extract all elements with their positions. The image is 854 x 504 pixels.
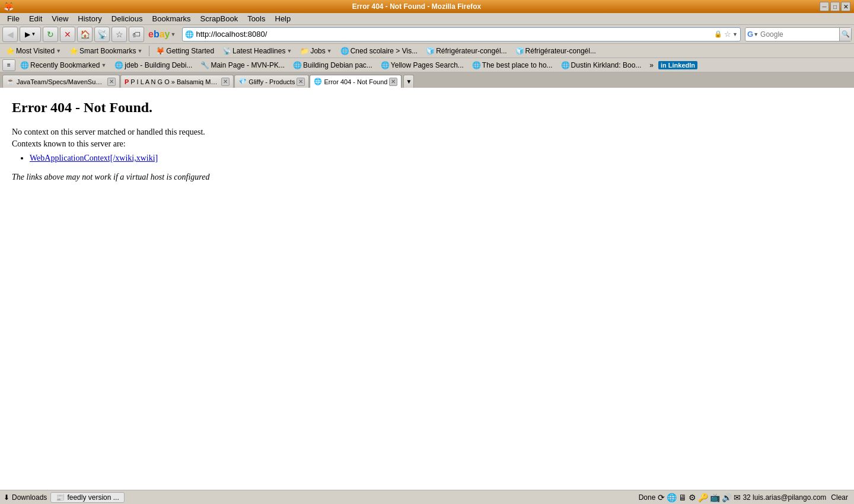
getting-started-icon: 🦊 <box>156 47 165 55</box>
downloads-button[interactable]: ⬇ Downloads <box>4 493 47 502</box>
home-button[interactable]: 🏠 <box>77 27 93 42</box>
menu-help[interactable]: Help <box>270 13 296 24</box>
tab-gliffy-icon: 💎 <box>238 78 247 85</box>
bm-getting-started[interactable]: 🦊 Getting Started <box>152 46 218 56</box>
bm-most-visited[interactable]: ⭐ Most Visited ▼ <box>2 46 65 56</box>
downloads-icon: ⬇ <box>4 493 9 502</box>
bm-jobs[interactable]: 📁 Jobs ▼ <box>297 46 335 56</box>
tab-dropdown[interactable]: ▼ <box>403 75 414 88</box>
url-input[interactable] <box>196 30 714 39</box>
clear-button[interactable]: Clear <box>828 493 850 502</box>
feedly-icon: 📰 <box>56 493 65 502</box>
tab-error404-close[interactable]: ✕ <box>389 78 397 86</box>
tray-mail-icon: ✉ <box>734 493 741 502</box>
bm-latest-headlines[interactable]: 📡 Latest Headlines ▼ <box>219 46 295 56</box>
tray-network-icon: 🌐 <box>667 493 677 502</box>
close-button[interactable]: ✕ <box>841 2 850 11</box>
tab-gliffy-close[interactable]: ✕ <box>297 78 305 86</box>
statusbar-left: ⬇ Downloads 📰 feedly version ... <box>4 492 125 503</box>
tab-gliffy-label: Gliffy - Products <box>248 78 295 85</box>
forward-dropdown[interactable]: ▶▼ <box>20 27 41 42</box>
menu-tools[interactable]: Tools <box>243 13 270 24</box>
content-para2: Contexts known to this server are: <box>12 139 842 149</box>
tab-gliffy[interactable]: 💎 Gliffy - Products ✕ <box>234 75 309 88</box>
dustin-kirkland-icon: 🌐 <box>561 61 570 69</box>
feedly-label: feedly version ... <box>67 493 119 502</box>
ebay-logo[interactable]: ebay ▼ <box>146 29 178 40</box>
search-button[interactable]: 🔍 <box>839 28 851 41</box>
xwiki-link[interactable]: WebApplicationContext[/xwiki,xwiki] <box>30 154 158 162</box>
bm-building-debian[interactable]: 🌐 Building Debian pac... <box>289 60 376 71</box>
search-container: G ▼ 🔍 <box>745 27 852 42</box>
bm-refrigerateur-2[interactable]: 🧊 Réfrigérateur-congél... <box>512 46 600 56</box>
tab-pilango-close[interactable]: ✕ <box>221 78 230 86</box>
chevron-down-icon: ▼ <box>101 62 106 68</box>
italic-note: The links above may not work if a virtua… <box>12 173 842 182</box>
tab-pilango-label: P I L A N G O » Balsamiq Mo... <box>130 78 219 85</box>
bm-dustin-kirkland[interactable]: 🌐 Dustin Kirkland: Boo... <box>557 60 645 71</box>
user-email: 32 luis.arias@pilango.com <box>743 493 826 502</box>
yellow-pages-icon: 🌐 <box>381 61 390 69</box>
chevron-down-icon: ▼ <box>56 48 61 54</box>
refresh-button[interactable]: ↻ <box>43 27 58 42</box>
tray-monitor-icon: 🖥 <box>678 493 687 502</box>
bm-best-place[interactable]: 🌐 The best place to ho... <box>469 60 556 71</box>
tab-pilango[interactable]: P P I L A N G O » Balsamiq Mo... ✕ <box>120 75 234 88</box>
menubar: File Edit View History Delicious Bookmar… <box>0 13 854 25</box>
tab-javateam-icon: ☕ <box>7 78 15 85</box>
bookmarks-bar-2: ≡ 🌐 Recently Bookmarked ▼ 🌐 jdeb - Build… <box>0 58 854 72</box>
latest-headlines-icon: 📡 <box>222 47 231 55</box>
bookmark-button[interactable]: ☆ <box>111 27 127 42</box>
rss-button[interactable]: 📡 <box>94 27 110 42</box>
menu-scrapbook[interactable]: ScrapBook <box>196 13 243 24</box>
bm-linkedin[interactable]: in LinkedIn <box>658 61 697 69</box>
titlebar: 🦊 Error 404 - Not Found - Mozilla Firefo… <box>0 0 854 13</box>
tag-button[interactable]: 🏷 <box>129 27 144 42</box>
window-controls: ─ □ ✕ <box>820 2 850 11</box>
best-place-icon: 🌐 <box>472 61 481 69</box>
chevron-down-icon: ▼ <box>286 48 292 54</box>
star-icon[interactable]: ☆ <box>724 30 731 39</box>
separator <box>149 46 149 56</box>
menu-history[interactable]: History <box>73 13 106 24</box>
downloads-label: Downloads <box>12 493 47 502</box>
window-title: Error 404 - Not Found - Mozilla Firefox <box>14 2 820 11</box>
bm-mvn[interactable]: 🔧 Main Page - MVN-PK... <box>197 60 288 71</box>
back-button[interactable]: ◀ <box>2 27 18 42</box>
menu-view[interactable]: View <box>47 13 73 24</box>
page-heading: Error 404 - Not Found. <box>12 100 842 116</box>
jobs-icon: 📁 <box>300 47 309 55</box>
stop-button[interactable]: ✕ <box>60 27 75 42</box>
menu-delicious[interactable]: Delicious <box>107 13 148 24</box>
bm-recently-bookmarked[interactable]: 🌐 Recently Bookmarked ▼ <box>17 60 110 71</box>
bm-more[interactable]: » <box>646 60 657 71</box>
tab-javateam-close[interactable]: ✕ <box>107 78 116 86</box>
bm-jdeb[interactable]: 🌐 jdeb - Building Debi... <box>111 60 196 71</box>
menu-bookmarks[interactable]: Bookmarks <box>148 13 196 24</box>
tray-settings-icon: ⚙ <box>689 493 696 502</box>
security-icon: 🔒 <box>714 30 722 38</box>
bm-cned[interactable]: 🌐 Cned scolaire > Vis... <box>337 46 422 56</box>
search-engine-selector[interactable]: G ▼ <box>745 30 760 39</box>
statusbar: ⬇ Downloads 📰 feedly version ... Done ⟳ … <box>0 490 854 504</box>
bookmarks-toggle[interactable]: ≡ <box>2 59 15 71</box>
menu-file[interactable]: File <box>2 13 24 24</box>
page-content: Error 404 - Not Found. No context on thi… <box>0 88 854 490</box>
bm-smart-bookmarks[interactable]: ⭐ Smart Bookmarks ▼ <box>66 46 146 56</box>
tabbar: ☕ JavaTeam/Specs/MavenSupp... ✕ P P I L … <box>0 72 854 88</box>
feedly-button[interactable]: 📰 feedly version ... <box>50 492 124 503</box>
urlbar-dropdown[interactable]: ▼ <box>732 31 738 37</box>
maximize-button[interactable]: □ <box>830 2 840 11</box>
tab-error404[interactable]: 🌐 Error 404 - Not Found ✕ <box>310 75 401 88</box>
minimize-button[interactable]: ─ <box>820 2 829 11</box>
tab-pilango-icon: P <box>125 78 129 85</box>
bookmarks-bar-1: ⭐ Most Visited ▼ ⭐ Smart Bookmarks ▼ 🦊 G… <box>0 44 854 58</box>
bm-yellow-pages[interactable]: 🌐 Yellow Pages Search... <box>377 60 467 71</box>
menu-edit[interactable]: Edit <box>24 13 47 24</box>
search-input[interactable] <box>760 30 839 39</box>
refrigerateur1-icon: 🧊 <box>426 47 435 55</box>
statusbar-right: Done ⟳ 🌐 🖥 ⚙ 🔑 📺 🔊 ✉ 32 luis.arias@pilan… <box>639 493 850 502</box>
firefox-logo: 🦊 <box>4 2 14 11</box>
bm-refrigerateur-1[interactable]: 🧊 Réfrigérateur-congél... <box>422 46 510 56</box>
tab-javateam[interactable]: ☕ JavaTeam/Specs/MavenSupp... ✕ <box>2 75 120 88</box>
